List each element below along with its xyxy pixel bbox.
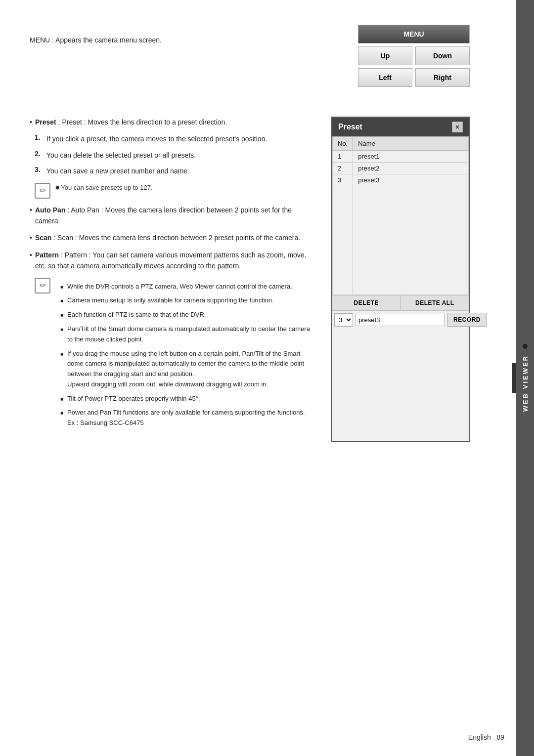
col-name: Name	[353, 137, 469, 151]
left-button[interactable]: Left	[358, 68, 412, 87]
preset-header: Preset ×	[332, 118, 469, 136]
preset-footer-row2: 3 RECORD	[332, 311, 469, 329]
row-no: 1	[333, 151, 353, 163]
page-number: English _89	[468, 733, 504, 741]
record-button[interactable]: RECORD	[447, 313, 487, 327]
preset-footer: DELETE DELETE ALL 3 RECORD	[332, 295, 469, 329]
preset-name-input[interactable]	[355, 314, 445, 326]
note-box-1: ✏ ■ You can save presets up to 127.	[30, 183, 316, 199]
menu-description: MENU : Appears the camera menu screen.	[30, 35, 328, 45]
note-item-6: ■ Power and Pan Tilt functions are only …	[60, 408, 316, 428]
step-1: 1. If you click a preset, the camera mov…	[30, 133, 316, 144]
row-name: preset1	[353, 151, 469, 163]
table-row: 1 preset1	[333, 151, 469, 163]
sidebar-accent	[512, 363, 516, 393]
down-button[interactable]: Down	[415, 46, 470, 65]
row-no: 2	[333, 163, 353, 174]
preset-intro: • Preset : Preset : Moves the lens direc…	[30, 117, 316, 127]
step-2: 2. You can delete the selected preset or…	[30, 150, 316, 161]
note-item-5: ■ Tilt of Power PTZ operates properly wi…	[60, 394, 316, 404]
note-bullet: ■	[55, 184, 59, 191]
sidebar-dot	[523, 344, 528, 349]
menu-button-panel: MENU Up Down Left Right	[358, 25, 470, 87]
note-icon-1: ✏	[35, 183, 50, 199]
col-no: No.	[333, 137, 353, 151]
row-no: 3	[333, 174, 353, 186]
up-button[interactable]: Up	[358, 46, 412, 65]
note-box-2: ✏ ■ While the DVR controls a PTZ camera,…	[30, 278, 316, 437]
sidebar-label: WEB VIEWER	[522, 355, 529, 412]
auto-pan: • Auto Pan : Auto Pan : Moves the camera…	[30, 205, 316, 227]
pattern: • Pattern : Pattern : You can set camera…	[30, 250, 316, 272]
preset-table: No. Name 1 preset1 2 preset2 3 p	[332, 136, 469, 295]
preset-close-button[interactable]: ×	[452, 122, 463, 132]
preset-footer-row1: DELETE DELETE ALL	[332, 295, 469, 311]
note-item-3: ■ Pan/Tilt of the Smart dome camera is m…	[60, 324, 316, 345]
delete-button[interactable]: DELETE	[332, 295, 401, 310]
note-1-text: You can save presets up to 127.	[61, 184, 152, 191]
note-item-0: ■ While the DVR controls a PTZ camera, W…	[60, 282, 316, 292]
menu-button[interactable]: MENU	[358, 25, 470, 43]
table-row-empty	[333, 186, 469, 295]
scan: • Scan : Scan : Moves the camera lens di…	[30, 232, 316, 243]
preset-number-select[interactable]: 3	[334, 313, 353, 327]
preset-title: Preset	[338, 123, 362, 131]
row-name: preset3	[353, 174, 469, 186]
note-item-4: ■ If you drag the mouse using the left b…	[60, 349, 316, 390]
delete-all-button[interactable]: DELETE ALL	[401, 295, 469, 310]
row-name: preset2	[353, 163, 469, 174]
note-item-1: ■ Camera menu setup is only available fo…	[60, 295, 316, 306]
note-item-2: ■ Each function of PTZ is same to that o…	[60, 310, 316, 320]
note-icon-2: ✏	[35, 278, 50, 294]
step-3: 3. You can save a new preset number and …	[30, 166, 316, 176]
web-viewer-sidebar: WEB VIEWER	[516, 0, 534, 756]
right-button[interactable]: Right	[415, 68, 470, 87]
preset-panel: Preset × No. Name 1 preset1 2	[331, 117, 470, 442]
table-row: 3 preset3	[333, 174, 469, 186]
table-row: 2 preset2	[333, 163, 469, 174]
